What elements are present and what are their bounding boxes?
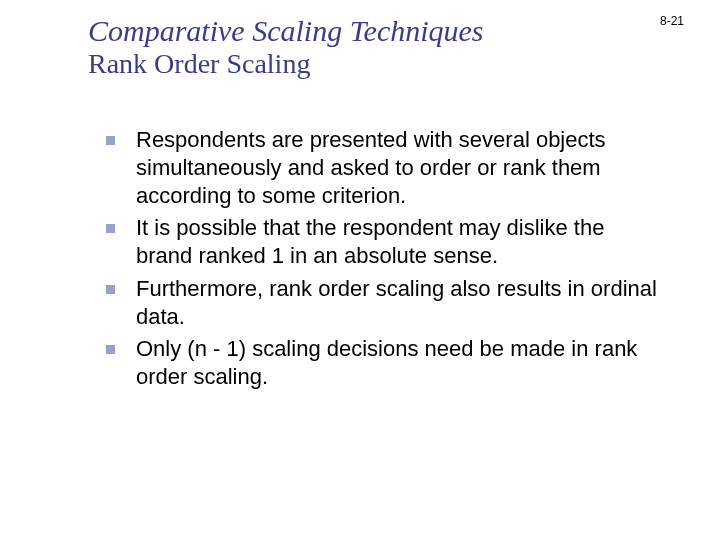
list-item: Only (n - 1) scaling decisions need be m… [114,335,660,391]
square-bullet-icon [106,285,115,294]
title-sub: Rank Order Scaling [88,49,660,80]
list-item-text: It is possible that the respondent may d… [136,215,604,268]
slide: 8-21 Comparative Scaling Techniques Rank… [0,0,720,540]
square-bullet-icon [106,224,115,233]
page-number: 8-21 [660,14,684,28]
list-item: It is possible that the respondent may d… [114,214,660,270]
list-item-text: Furthermore, rank order scaling also res… [136,276,657,329]
square-bullet-icon [106,136,115,145]
list-item-text: Respondents are presented with several o… [136,127,606,208]
title-main: Comparative Scaling Techniques [88,14,660,47]
list-item: Respondents are presented with several o… [114,126,660,210]
list-item: Furthermore, rank order scaling also res… [114,275,660,331]
list-item-text: Only (n - 1) scaling decisions need be m… [136,336,637,389]
body: Respondents are presented with several o… [88,126,660,391]
square-bullet-icon [106,345,115,354]
